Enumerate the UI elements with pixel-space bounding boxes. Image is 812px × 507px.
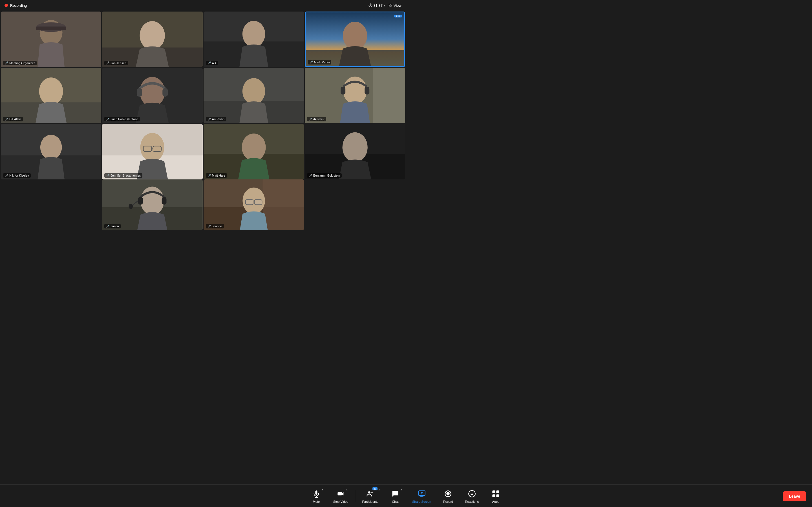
video-grid-main: 🎤 Meeting Organizer 🎤 Jon Jensen bbox=[0, 11, 406, 179]
video-feed-organizer bbox=[1, 11, 101, 67]
dots bbox=[396, 15, 400, 17]
svg-point-20 bbox=[39, 77, 63, 105]
svg-rect-51 bbox=[138, 197, 143, 205]
label-aa: 🎤 A A bbox=[206, 61, 218, 65]
mic-icon-juan: 🎤 bbox=[106, 118, 109, 121]
name-ari: Ari Perlin bbox=[212, 117, 225, 121]
video-feed-matt bbox=[204, 124, 304, 179]
mic-icon-dki: 🎤 bbox=[309, 118, 312, 121]
label-matt: 🎤 Matt Hale bbox=[206, 173, 227, 178]
video-cell-jennifer[interactable]: 🎤 Jennifer Bracamontes bbox=[102, 124, 202, 179]
video-cell-joanne[interactable]: 🎤 Joanne bbox=[204, 179, 304, 230]
svg-rect-29 bbox=[373, 68, 405, 123]
svg-point-17 bbox=[343, 22, 367, 50]
svg-rect-23 bbox=[137, 88, 142, 97]
video-feed-jon bbox=[102, 11, 202, 67]
video-feed-nikifor bbox=[1, 124, 101, 179]
svg-point-54 bbox=[129, 204, 133, 209]
label-jennifer: 🎤 Jennifer Bracamontes bbox=[104, 173, 142, 178]
label-jason: 🎤 Jason bbox=[104, 224, 120, 228]
video-feed-benjamin bbox=[305, 124, 405, 179]
mic-icon-organizer: 🎤 bbox=[5, 61, 8, 64]
mic-icon-matt: 🎤 bbox=[207, 174, 211, 177]
time-chevron[interactable]: ▾ bbox=[384, 4, 385, 7]
video-cell-ari[interactable]: 🎤 Ari Perlin bbox=[204, 68, 304, 123]
video-feed-ari bbox=[204, 68, 304, 123]
video-cell-dki[interactable]: 🎤 dkiselev bbox=[305, 68, 405, 123]
video-grid-bottom-row: 🎤 Jason 🎤 Joanne bbox=[0, 179, 406, 231]
video-feed-jennifer bbox=[102, 124, 202, 179]
name-jon: Jon Jensen bbox=[110, 61, 126, 65]
name-aa: A A bbox=[212, 61, 217, 65]
video-cell-jason[interactable]: 🎤 Jason bbox=[102, 179, 202, 230]
name-mark: Mark Perlin bbox=[314, 61, 330, 64]
video-cell-empty-1 bbox=[1, 179, 101, 230]
view-button[interactable]: View bbox=[389, 3, 402, 8]
svg-rect-2 bbox=[391, 4, 392, 5]
svg-point-35 bbox=[40, 135, 62, 160]
name-bill: Bill Allan bbox=[9, 117, 21, 121]
svg-point-22 bbox=[140, 77, 165, 107]
time-display: 31:37 ▾ bbox=[368, 3, 386, 8]
top-bar-right: 31:37 ▾ View bbox=[368, 3, 402, 8]
svg-point-14 bbox=[242, 21, 265, 47]
svg-rect-57 bbox=[262, 179, 304, 230]
svg-rect-4 bbox=[389, 6, 390, 7]
label-nikifor: 🎤 Nikifor Kiselev bbox=[3, 173, 31, 178]
mic-icon-jason: 🎤 bbox=[106, 225, 109, 228]
name-organizer: Meeting Organizer bbox=[9, 61, 35, 65]
recording-status: Recording bbox=[4, 3, 27, 8]
name-jason: Jason bbox=[110, 224, 119, 228]
video-cell-nikifor[interactable]: 🎤 Nikifor Kiselev bbox=[1, 124, 101, 179]
mic-icon-jon: 🎤 bbox=[106, 61, 109, 64]
video-feed-juan bbox=[102, 68, 202, 123]
name-joanne: Joanne bbox=[212, 224, 222, 228]
video-feed-joanne bbox=[204, 179, 304, 230]
label-bill: 🎤 Bill Allan bbox=[3, 117, 23, 121]
svg-point-44 bbox=[242, 133, 266, 161]
view-label: View bbox=[394, 3, 402, 8]
name-juan: Juan Pablo Ventoso bbox=[110, 117, 138, 121]
svg-point-11 bbox=[140, 21, 165, 50]
mic-icon-jennifer: 🎤 bbox=[106, 174, 109, 177]
svg-point-38 bbox=[140, 133, 164, 162]
svg-rect-24 bbox=[163, 88, 168, 97]
svg-rect-31 bbox=[341, 87, 345, 95]
mic-icon-benjamin: 🎤 bbox=[309, 174, 312, 177]
video-cell-empty-4 bbox=[305, 179, 405, 230]
svg-rect-3 bbox=[391, 6, 392, 7]
label-juan: 🎤 Juan Pablo Ventoso bbox=[104, 117, 140, 121]
svg-point-27 bbox=[242, 78, 265, 105]
video-cell-benjamin[interactable]: 🎤 Benjamin Goldstein bbox=[305, 124, 405, 179]
video-feed-aa bbox=[204, 11, 304, 67]
video-cell-aa[interactable]: 🎤 A A bbox=[204, 11, 304, 67]
mic-icon-mark: 🎤 bbox=[310, 61, 313, 64]
video-feed-jason bbox=[102, 179, 202, 230]
name-nikifor: Nikifor Kiselev bbox=[9, 174, 29, 177]
mic-icon-bill: 🎤 bbox=[5, 118, 8, 121]
video-cell-juan[interactable]: 🎤 Juan Pablo Ventoso bbox=[102, 68, 202, 123]
svg-rect-1 bbox=[389, 4, 390, 5]
svg-rect-60 bbox=[254, 200, 262, 205]
recording-label: Recording bbox=[10, 3, 27, 8]
svg-rect-52 bbox=[162, 197, 167, 205]
name-dki: dkiselev bbox=[313, 117, 324, 121]
video-cell-bill[interactable]: 🎤 Bill Allan bbox=[1, 68, 101, 123]
svg-rect-59 bbox=[245, 200, 253, 205]
mic-icon-nikifor: 🎤 bbox=[5, 174, 8, 177]
name-jennifer: Jennifer Bracamontes bbox=[110, 174, 141, 177]
mic-icon-ari: 🎤 bbox=[207, 118, 211, 121]
video-cell-matt[interactable]: 🎤 Matt Hale bbox=[204, 124, 304, 179]
video-feed-dki bbox=[305, 68, 405, 123]
mic-icon-aa: 🎤 bbox=[207, 61, 211, 64]
mic-icon-joanne: 🎤 bbox=[207, 225, 211, 228]
label-joanne: 🎤 Joanne bbox=[206, 224, 224, 228]
time-text: 31:37 bbox=[373, 3, 383, 8]
video-cell-organizer[interactable]: 🎤 Meeting Organizer bbox=[1, 11, 101, 67]
label-jon: 🎤 Jon Jensen bbox=[104, 61, 128, 65]
video-cell-jon[interactable]: 🎤 Jon Jensen bbox=[102, 11, 202, 67]
svg-rect-32 bbox=[364, 87, 369, 95]
recording-dot bbox=[4, 4, 8, 7]
more-options-mark[interactable] bbox=[394, 15, 402, 17]
video-cell-mark[interactable]: 🎤 Mark Perlin bbox=[305, 11, 405, 67]
